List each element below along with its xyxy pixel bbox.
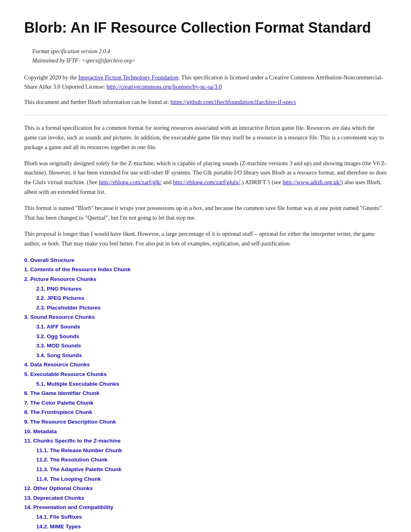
toc-item: 6. The Game Identifier Chunk — [24, 389, 387, 398]
toc-link[interactable]: 0. Overall Structure — [24, 257, 75, 263]
toc-item: 2.1. PNG Pictures — [36, 285, 387, 293]
toc-item: 3.4. Song Sounds — [36, 351, 387, 360]
glk-link[interactable]: http://eblong.com/zarf/glk/ — [99, 179, 162, 185]
toc-link[interactable]: 3.2. Ogg Sounds — [36, 333, 79, 339]
toc-item: 3.1. AIFF Sounds — [36, 322, 387, 331]
body-para-3: This format is named "Blorb" because it … — [24, 204, 387, 223]
body-para-1: This is a formal specification for a com… — [24, 123, 387, 152]
toc-item: 2.2. JPEG Pictures — [36, 294, 387, 303]
subtitle-block: Format specification version 2.0.4 Maint… — [32, 47, 387, 66]
toc-link[interactable]: 2.3. Placeholder Pictures — [36, 305, 101, 311]
toc-link[interactable]: 2.1. PNG Pictures — [36, 286, 82, 292]
subtitle-line1: Format specification version 2.0.4 — [32, 47, 387, 56]
iftf-link[interactable]: Interactive Fiction Technology Foundatio… — [79, 74, 179, 81]
copyright-para: Copyright 2020 by the Interactive Fictio… — [24, 73, 387, 91]
toc-item: 7. The Color Palette Chunk — [24, 399, 387, 407]
toc-link[interactable]: 10. Metadata — [24, 428, 57, 434]
toc-item: 11.1. The Release Number Chunk — [36, 446, 387, 455]
toc-link[interactable]: 11.2. The Resolution Chunk — [36, 457, 108, 463]
license-link[interactable]: http://creativecommons.org/licenses/by-n… — [107, 83, 222, 90]
toc-item: 14.1. File Suffixes — [36, 513, 387, 522]
github-link[interactable]: https://github.com/iftechfoundation/ifar… — [170, 99, 296, 105]
glulx-link[interactable]: http://eblong.com/zarf/glulx/ — [173, 179, 240, 185]
toc-link[interactable]: 9. The Resource Description Chunk — [24, 419, 116, 425]
toc-link[interactable]: 13. Deprecated Chunks — [24, 495, 84, 501]
toc-link[interactable]: 1. Contents of the Resource Index Chunk — [24, 266, 131, 272]
section-divider — [24, 115, 387, 115]
toc-link[interactable]: 4. Data Resource Chunks — [24, 362, 90, 368]
toc-item: 2.3. Placeholder Pictures — [36, 303, 387, 312]
toc-item: 1. Contents of the Resource Index Chunk — [24, 265, 387, 274]
toc-item: 5.1. Multiple Executable Chunks — [36, 380, 387, 389]
toc-link[interactable]: 5. Executable Resource Chunks — [24, 371, 107, 377]
toc-item: 4. Data Resource Chunks — [24, 360, 387, 369]
toc-item: 11.4. The Looping Chunk — [36, 475, 387, 484]
toc-item: 5. Executable Resource Chunks — [24, 370, 387, 379]
toc-item: 2. Picture Resource Chunks — [24, 275, 387, 284]
toc-link[interactable]: 3.4. Song Sounds — [36, 352, 82, 358]
toc-link[interactable]: 2.2. JPEG Pictures — [36, 295, 84, 301]
toc-link[interactable]: 7. The Color Palette Chunk — [24, 400, 93, 406]
table-of-contents: 0. Overall Structure1. Contents of the R… — [24, 256, 387, 532]
body-para-2: Blorb was originally designed solely for… — [24, 159, 387, 197]
subtitle-line2: Maintained by IFTF: <specs@ifarchive.org… — [32, 56, 387, 66]
toc-item: 11.3. The Adaptive Palette Chunk — [36, 465, 387, 474]
toc-link[interactable]: 3. Sound Resource Chunks — [24, 314, 95, 320]
toc-link[interactable]: 11.1. The Release Number Chunk — [36, 447, 122, 453]
toc-link[interactable]: 5.1. Multiple Executable Chunks — [36, 381, 119, 387]
toc-item: 3.3. MOD Sounds — [36, 341, 387, 350]
toc-link[interactable]: 3.3. MOD Sounds — [36, 343, 81, 349]
toc-link[interactable]: 14.1. File Suffixes — [36, 514, 82, 520]
toc-link[interactable]: 14. Presentation and Compatibility — [24, 504, 113, 510]
toc-item: 8. The Frontispiece Chunk — [24, 408, 387, 417]
toc-item: 3.2. Ogg Sounds — [36, 332, 387, 341]
toc-link[interactable]: 2. Picture Resource Chunks — [24, 276, 96, 282]
toc-item: 11. Chunks Specific to the Z-machine — [24, 436, 387, 445]
toc-item: 9. The Resource Description Chunk — [24, 418, 387, 426]
copyright-text: Copyright 2020 by the — [24, 74, 79, 81]
further-info-text: This document and further Blorb informat… — [24, 99, 170, 105]
toc-link[interactable]: 11.4. The Looping Chunk — [36, 476, 101, 482]
toc-item: 13. Deprecated Chunks — [24, 494, 387, 503]
toc-item: 14. Presentation and Compatibility — [24, 503, 387, 512]
page-title: Blorb: An IF Resource Collection Format … — [24, 16, 387, 39]
toc-item: 3. Sound Resource Chunks — [24, 313, 387, 322]
toc-link[interactable]: 11. Chunks Specific to the Z-machine — [24, 438, 120, 444]
toc-item: 0. Overall Structure — [24, 256, 387, 265]
toc-link[interactable]: 14.2. MIME Types — [36, 524, 81, 530]
toc-link[interactable]: 12. Other Optional Chunks — [24, 485, 93, 491]
toc-item: 14.2. MIME Types — [36, 522, 387, 531]
toc-link[interactable]: 3.1. AIFF Sounds — [36, 324, 80, 330]
toc-link[interactable]: 11.3. The Adaptive Palette Chunk — [36, 466, 122, 472]
adrift-link[interactable]: http://www.adrift.org.uk/ — [282, 179, 341, 185]
toc-link[interactable]: 6. The Game Identifier Chunk — [24, 390, 100, 396]
toc-item: 11.2. The Resolution Chunk — [36, 455, 387, 464]
further-info-para: This document and further Blorb informat… — [24, 98, 387, 107]
toc-item: 12. Other Optional Chunks — [24, 484, 387, 493]
toc-item: 10. Metadata — [24, 427, 387, 436]
body-para-4: This proposal is longer than I would hav… — [24, 229, 387, 249]
toc-link[interactable]: 8. The Frontispiece Chunk — [24, 409, 92, 415]
